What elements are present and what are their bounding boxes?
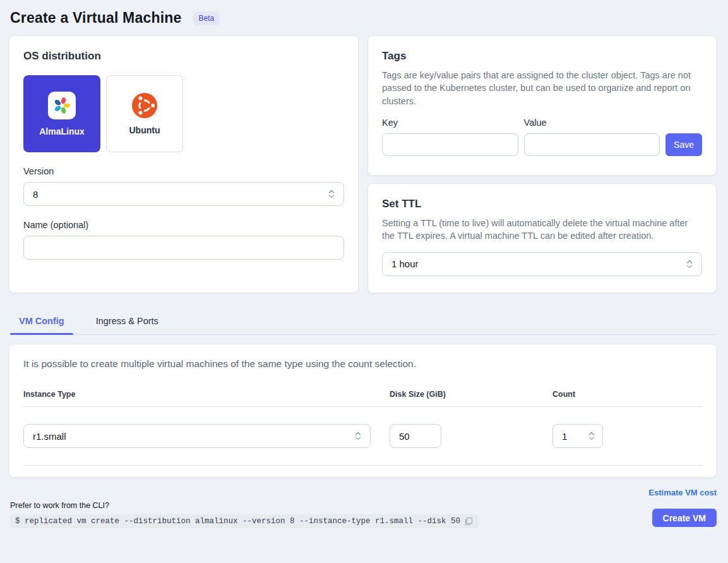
tags-heading: Tags — [382, 50, 702, 63]
instance-table-row: r1.small 1 — [23, 424, 702, 448]
ubuntu-logo — [132, 93, 157, 118]
column-header-instance-type: Instance Type — [23, 390, 390, 399]
tag-key-col: Key — [382, 118, 518, 156]
version-label: Version — [23, 166, 344, 176]
almalinux-logo — [54, 97, 70, 114]
os-tile-label-almalinux: AlmaLinux — [39, 126, 85, 136]
cli-command-text: $ replicated vm create --distribution al… — [15, 517, 460, 526]
page-header: Create a Virtual Machine Beta — [0, 0, 728, 35]
tags-form: Key Value Save — [382, 118, 702, 156]
vm-name-input[interactable] — [23, 236, 344, 260]
tag-value-col: Value — [524, 118, 660, 156]
disk-size-input[interactable] — [390, 424, 441, 448]
tag-value-input[interactable] — [524, 133, 660, 156]
version-select-value: 8 — [33, 189, 38, 200]
tag-value-label: Value — [524, 118, 660, 128]
save-tag-button[interactable]: Save — [665, 133, 702, 156]
create-vm-button[interactable]: Create VM — [652, 509, 717, 527]
tags-card: Tags Tags are key/value pairs that are a… — [367, 35, 717, 176]
os-distribution-card: OS distribution AlmaLinux — [9, 35, 359, 293]
ttl-card: Set TTL Setting a TTL (time to live) wil… — [367, 183, 717, 293]
estimate-vm-cost-link[interactable]: Estimate VM cost — [648, 488, 717, 497]
column-header-disk-size: Disk Size (GiB) — [390, 390, 552, 399]
tags-description: Tags are key/value pairs that are assign… — [382, 69, 702, 107]
footer-row: Prefer to work from the CLI? $ replicate… — [0, 497, 728, 528]
cli-hint-label: Prefer to work from the CLI? — [10, 501, 478, 510]
vm-config-intro: It is possible to create multiple virtua… — [23, 358, 702, 370]
top-cards-row: OS distribution AlmaLinux — [0, 35, 728, 293]
table-header-divider — [23, 406, 702, 407]
right-column: Tags Tags are key/value pairs that are a… — [367, 35, 717, 293]
column-header-count: Count — [552, 390, 702, 399]
os-tiles: AlmaLinux — [23, 75, 344, 152]
ttl-select-value: 1 hour — [391, 258, 419, 269]
estimate-row: Estimate VM cost — [0, 478, 728, 497]
chevron-up-down-icon — [354, 430, 362, 442]
vm-config-panel: It is possible to create multiple virtua… — [9, 344, 717, 478]
ubuntu-icon — [132, 93, 157, 118]
table-row-divider — [23, 465, 702, 466]
ttl-heading: Set TTL — [382, 198, 702, 210]
chevron-up-down-icon — [327, 188, 336, 200]
instance-type-select-value: r1.small — [33, 431, 66, 442]
os-tile-almalinux[interactable]: AlmaLinux — [23, 75, 100, 152]
instance-type-select[interactable]: r1.small — [23, 424, 371, 448]
os-distribution-heading: OS distribution — [23, 50, 344, 63]
ttl-description: Setting a TTL (time to live) will automa… — [382, 217, 702, 243]
beta-badge: Beta — [193, 11, 220, 25]
count-stepper-value: 1 — [562, 431, 567, 442]
os-tile-ubuntu[interactable]: Ubuntu — [106, 75, 183, 152]
stepper-up-down-icon[interactable] — [587, 430, 596, 442]
version-select[interactable]: 8 — [23, 182, 344, 206]
tab-ingress-ports[interactable]: Ingress & Ports — [87, 310, 167, 334]
count-stepper[interactable]: 1 — [552, 424, 603, 448]
chevron-up-down-icon — [685, 258, 694, 270]
almalinux-icon — [48, 92, 76, 119]
tag-key-input[interactable] — [382, 133, 518, 156]
os-tile-label-ubuntu: Ubuntu — [129, 125, 160, 135]
cli-command-pill: $ replicated vm create --distribution al… — [10, 514, 478, 528]
tab-vm-config[interactable]: VM Config — [10, 310, 73, 334]
instance-table-header: Instance Type Disk Size (GiB) Count — [23, 390, 702, 399]
copy-icon[interactable] — [464, 517, 473, 526]
tabs-bar: VM Config Ingress & Ports — [9, 310, 717, 335]
ttl-select[interactable]: 1 hour — [382, 252, 702, 276]
vm-name-label: Name (optional) — [23, 220, 344, 230]
page-title: Create a Virtual Machine — [10, 9, 182, 27]
tag-key-label: Key — [382, 118, 518, 128]
cli-block: Prefer to work from the CLI? $ replicate… — [10, 501, 478, 528]
